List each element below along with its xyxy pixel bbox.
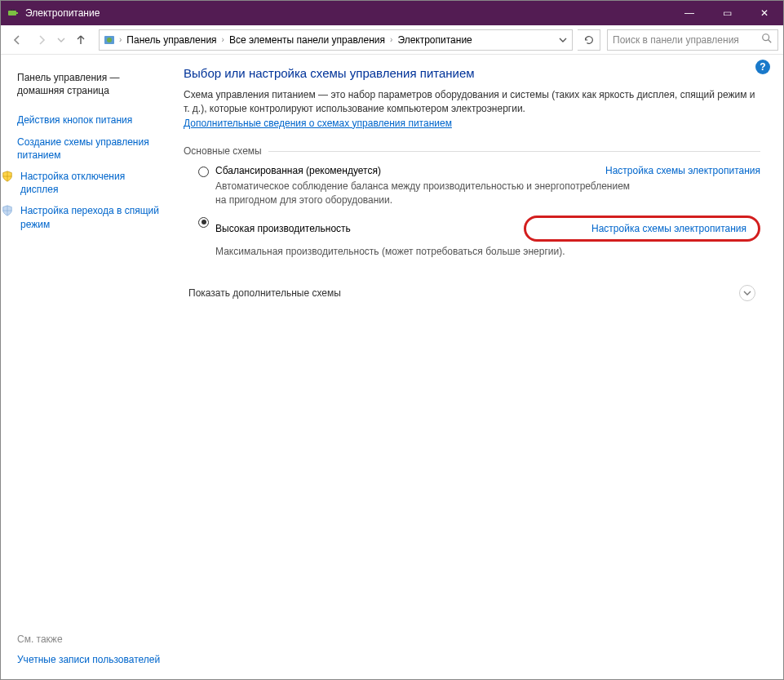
control-panel-icon (101, 33, 117, 47)
shield-icon (1, 204, 14, 217)
page-title: Выбор или настройка схемы управления пит… (184, 66, 760, 80)
title-bar: Электропитание — ▭ ✕ (1, 1, 783, 25)
nav-forward-button[interactable] (30, 29, 53, 51)
window-title: Электропитание (25, 7, 100, 19)
plan-name: Сбалансированная (рекомендуется) (215, 165, 381, 176)
minimize-button[interactable]: — (671, 1, 708, 25)
chevron-right-icon: › (388, 35, 394, 44)
main-content: ? Выбор или настройка схемы управления п… (172, 55, 783, 679)
breadcrumb-item[interactable]: Электропитание (394, 30, 475, 50)
sidebar-link-power-button-actions[interactable]: Действия кнопок питания (17, 110, 164, 131)
battery-plug-icon (7, 7, 20, 20)
plan-settings-link-high-performance[interactable]: Настройка схемы электропитания (524, 216, 760, 242)
nav-toolbar: › Панель управления › Все элементы панел… (1, 25, 783, 55)
address-dropdown-icon[interactable] (556, 36, 570, 44)
chevron-right-icon: › (220, 35, 226, 44)
see-also-label: См. также (17, 629, 164, 650)
sidebar-link-display-off[interactable]: Настройка отключения дисплея (17, 167, 164, 201)
breadcrumb-item[interactable]: Панель управления (123, 30, 219, 50)
help-button[interactable]: ? (755, 60, 770, 74)
chevron-down-icon (739, 285, 755, 301)
chevron-right-icon: › (117, 35, 123, 44)
svg-point-4 (763, 34, 769, 41)
svg-point-3 (107, 38, 112, 42)
show-additional-plans[interactable]: Показать дополнительные схемы (184, 278, 760, 308)
power-plan-balanced: Сбалансированная (рекомендуется) Настрой… (184, 157, 760, 207)
plan-desc: Максимальная производительность (может п… (215, 242, 640, 259)
search-placeholder: Поиск в панели управления (613, 34, 761, 46)
search-input[interactable]: Поиск в панели управления (607, 29, 778, 51)
radio-balanced[interactable] (198, 167, 209, 177)
sidebar-link-create-plan[interactable]: Создание схемы управления питанием (17, 132, 164, 167)
svg-rect-1 (16, 12, 18, 14)
sidebar-link-sleep[interactable]: Настройка перехода в спящий режим (17, 201, 164, 235)
nav-back-button[interactable] (6, 29, 29, 51)
nav-up-button[interactable] (69, 29, 92, 51)
power-plan-high-performance: Высокая производительность Настройка схе… (184, 207, 760, 259)
plan-desc: Автоматическое соблюдение баланса между … (215, 176, 640, 207)
sidebar-home-link[interactable]: Панель управления —домашняя страница (17, 68, 164, 102)
nav-recent-dropdown[interactable] (55, 29, 68, 51)
svg-line-5 (768, 40, 772, 43)
address-bar[interactable]: › Панель управления › Все элементы панел… (99, 29, 573, 51)
plan-name: Высокая производительность (215, 223, 351, 234)
plan-settings-link-balanced[interactable]: Настройка схемы электропитания (540, 165, 760, 176)
see-also-user-accounts[interactable]: Учетные записи пользователей (17, 650, 164, 671)
shield-icon (1, 170, 14, 183)
refresh-button[interactable] (578, 29, 600, 51)
more-info-link[interactable]: Дополнительные сведения о схемах управле… (184, 118, 452, 129)
maximize-button[interactable]: ▭ (708, 1, 746, 25)
page-description: Схема управления питанием — это набор па… (184, 88, 760, 131)
search-icon (761, 33, 773, 47)
svg-rect-0 (8, 11, 16, 16)
breadcrumb-item[interactable]: Все элементы панели управления (226, 30, 388, 50)
sidebar: Панель управления —домашняя страница Дей… (1, 55, 172, 679)
radio-high-performance[interactable] (198, 217, 209, 228)
close-button[interactable]: ✕ (746, 1, 783, 25)
section-basic-plans: Основные схемы (184, 145, 760, 157)
